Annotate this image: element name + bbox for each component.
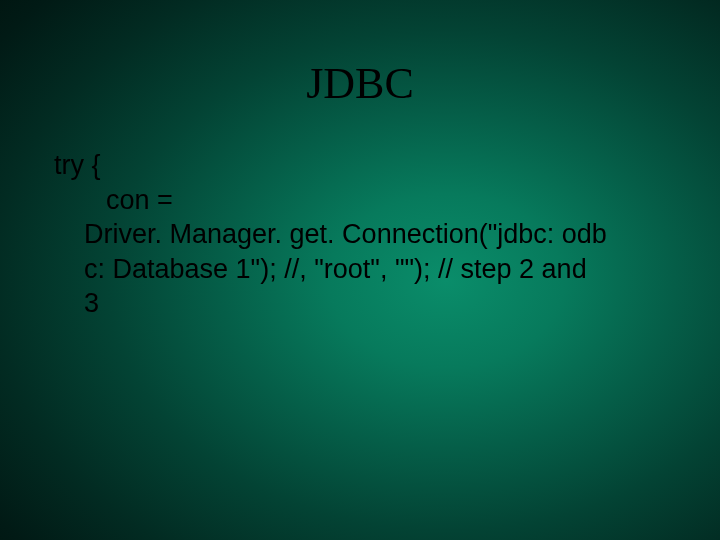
slide: JDBC try { con = Driver. Manager. get. C… [0, 0, 720, 540]
code-line-1: Driver. Manager. get. Connection("jdbc: … [54, 217, 666, 252]
slide-title: JDBC [0, 58, 720, 109]
code-line-try: try { [54, 148, 666, 183]
code-line-con: con = [54, 183, 666, 218]
code-line-3: 3 [54, 286, 666, 321]
code-line-2: c: Database 1"); //, "root", ""); // ste… [54, 252, 666, 287]
slide-body: try { con = Driver. Manager. get. Connec… [54, 148, 666, 321]
